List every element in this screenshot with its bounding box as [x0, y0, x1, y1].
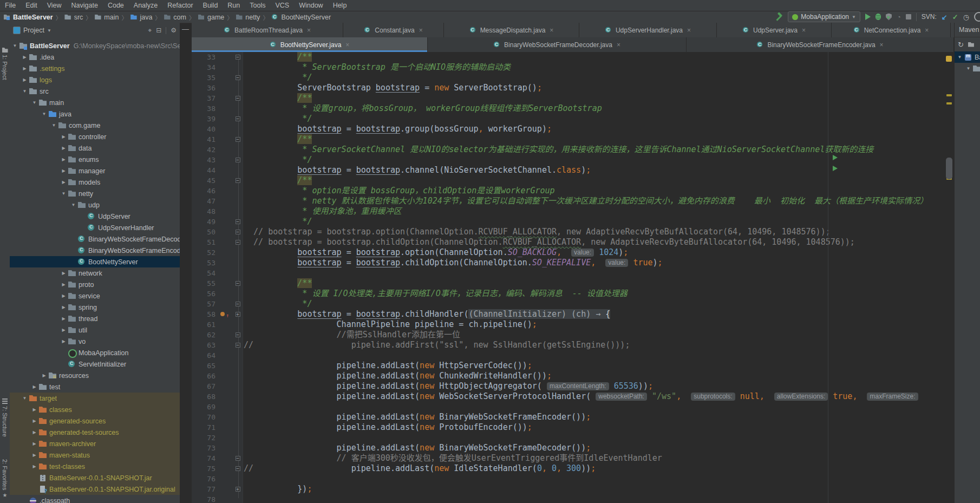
gear-icon[interactable]: ⚙	[171, 27, 177, 34]
code-line-73[interactable]: 73 pipeline.addLast(new BinaryWebSocketF…	[192, 443, 945, 453]
tree-expand-arrow-icon[interactable]: ▼	[40, 112, 48, 116]
close-icon[interactable]: ×	[419, 27, 423, 34]
fold-collapse-icon[interactable]: −	[236, 456, 240, 461]
maven-tree-row[interactable]: ▼Ba	[955, 51, 980, 63]
fold-collapse-icon[interactable]: −	[236, 240, 240, 245]
code-line-72[interactable]: 72	[192, 433, 945, 443]
breadcrumb-item-java[interactable]: java	[130, 14, 152, 21]
code-line-56[interactable]: 56 * 设置 I/O处理类,主要用于网络I/O事件，记录日志，编码、解码消息 …	[192, 289, 945, 299]
code-line-33[interactable]: 33− /**	[192, 52, 945, 62]
editor-tab-BinaryWebSocketFrameDecoder.java[interactable]: BinaryWebSocketFrameDecoder.java×	[428, 37, 687, 52]
tree-expand-arrow-icon[interactable]: ▼	[60, 191, 68, 196]
code-line-64[interactable]: 64	[192, 350, 945, 361]
code-line-65[interactable]: 65 pipeline.addLast(new HttpServerCodec(…	[192, 361, 945, 371]
tree-row-UdpServerHandler[interactable]: UdpServerHandler	[10, 222, 180, 233]
tree-row-generated-test-sources[interactable]: ▶generated-test-sources	[10, 427, 180, 438]
code-line-35[interactable]: 35− */	[192, 73, 945, 83]
locate-file-icon[interactable]: ⌖	[148, 27, 152, 34]
tree-row-vo[interactable]: ▶vo	[10, 336, 180, 347]
code-line-38[interactable]: 38 * 设置group，将bossGroup， workerGroup线程组传…	[192, 103, 945, 114]
tree-row-BattleServer-0.0.1-SNAPSHOT.jar.original[interactable]: BattleServer-0.0.1-SNAPSHOT.jar.original	[10, 484, 180, 495]
tree-row-MobaApplication[interactable]: MobaApplication	[10, 347, 180, 358]
tree-expand-arrow-icon[interactable]: ▶	[30, 453, 38, 458]
tree-expand-arrow-icon[interactable]: ▼	[30, 100, 38, 105]
tree-row-resources[interactable]: ▶resources	[10, 370, 180, 381]
maven-tree-row[interactable]: ▼	[955, 63, 980, 74]
code-line-53[interactable]: 53 bootstrap = bootstrap.childOption(Cha…	[192, 258, 945, 268]
vcs-commit-button[interactable]: ✓	[952, 13, 958, 21]
breadcrumb-item-BootNettyServer[interactable]: BootNettyServer	[271, 14, 331, 21]
code-line-52[interactable]: 52 bootstrap = bootstrap.option(ChannelO…	[192, 247, 945, 258]
fold-collapse-icon[interactable]: −	[236, 281, 240, 286]
code-line-50[interactable]: 50− // bootstrap = bootstrap.option(Chan…	[192, 227, 945, 237]
tree-expand-arrow-icon[interactable]: ▼	[69, 202, 77, 207]
search-everywhere-icon[interactable]	[974, 12, 980, 22]
code-line-37[interactable]: 37− /**	[192, 93, 945, 103]
code-line-42[interactable]: 42 * ServerSocketChannel 是以NIO的selector为…	[192, 145, 945, 155]
profiler-icon[interactable]: ◔	[897, 13, 901, 21]
tree-row-.classpath[interactable]: .classpath	[10, 495, 180, 503]
tree-row-manager[interactable]: ▶manager	[10, 165, 180, 177]
menu-item-file[interactable]: File	[0, 0, 21, 11]
fold-collapse-icon[interactable]: −	[236, 137, 240, 142]
tree-row-spring[interactable]: ▶spring	[10, 302, 180, 313]
menu-item-tools[interactable]: Tools	[245, 0, 270, 11]
fold-collapse-icon[interactable]: −	[236, 178, 240, 183]
tree-row-controller[interactable]: ▶controller	[10, 131, 180, 142]
breadcrumb-item-game[interactable]: game	[198, 14, 224, 21]
close-icon[interactable]: ×	[307, 27, 311, 34]
tree-expand-arrow-icon[interactable]: ▶	[60, 316, 68, 321]
menu-item-window[interactable]: Window	[294, 0, 328, 11]
editor-tab-MessageDispatch.java[interactable]: MessageDispatch.java×	[444, 23, 579, 37]
tree-expand-arrow-icon[interactable]: ▶	[60, 146, 68, 151]
close-icon[interactable]: ×	[925, 27, 929, 34]
tree-row-models[interactable]: ▶models	[10, 177, 180, 188]
editor-tab-UdpServer.java[interactable]: UdpServer.java×	[717, 23, 832, 37]
tree-row-network[interactable]: ▶network	[10, 267, 180, 279]
tree-row-.idea[interactable]: ▶.idea	[10, 51, 180, 63]
tree-row-data[interactable]: ▶data	[10, 142, 180, 154]
code-line-62[interactable]: 62− //需把SslHandler添加在第一位	[192, 330, 945, 340]
tree-expand-arrow-icon[interactable]: ▶	[30, 407, 38, 412]
tree-expand-arrow-icon[interactable]: ▼	[21, 89, 29, 94]
fold-collapse-icon[interactable]: −	[236, 466, 240, 471]
tree-row-BinaryWebSocketFrameEncoder[interactable]: BinaryWebSocketFrameEncoder	[10, 245, 180, 256]
close-icon[interactable]: ×	[880, 41, 884, 49]
editor-tab-UdpServerHandler.java[interactable]: UdpServerHandler.java×	[579, 23, 717, 37]
folder-icon[interactable]	[968, 42, 974, 47]
code-line-67[interactable]: 67 pipeline.addLast(new HttpObjectAggreg…	[192, 381, 945, 391]
code-line-48[interactable]: 48 * 使用对象池，重用缓冲区	[192, 206, 945, 217]
menu-item-build[interactable]: Build	[198, 0, 223, 11]
tree-expand-arrow-icon[interactable]: ▶	[21, 77, 29, 82]
close-icon[interactable]: ×	[687, 27, 691, 34]
code-line-45[interactable]: 45− /**	[192, 175, 945, 186]
tree-row-target[interactable]: ▼target	[10, 393, 180, 404]
coverage-run-icon[interactable]	[886, 14, 892, 21]
code-line-58[interactable]: 58↑+ bootstrap = bootstrap.childHandler(…	[192, 309, 945, 319]
fold-collapse-icon[interactable]: −	[236, 158, 240, 162]
tree-row-thread[interactable]: ▶thread	[10, 313, 180, 324]
tree-expand-arrow-icon[interactable]: ▶	[30, 464, 38, 469]
code-line-71[interactable]: 71 pipeline.addLast(new ProtobufEncoder(…	[192, 422, 945, 433]
breadcrumb-item-src[interactable]: src	[64, 14, 83, 21]
fold-collapse-icon[interactable]: −	[236, 230, 240, 234]
fold-collapse-icon[interactable]: −	[236, 75, 240, 80]
code-line-41[interactable]: 41− /**	[192, 134, 945, 145]
code-line-55[interactable]: 55− /**	[192, 278, 945, 289]
tree-expand-arrow-icon[interactable]: ▶	[60, 157, 68, 162]
breadcrumb-item-BattleServer[interactable]: BattleServer	[3, 14, 53, 21]
tree-expand-arrow-icon[interactable]: ▶	[60, 134, 68, 139]
menu-item-edit[interactable]: Edit	[21, 0, 42, 11]
tree-expand-arrow-icon[interactable]: ▶	[30, 384, 38, 389]
tree-expand-arrow-icon[interactable]: ▼	[21, 396, 29, 401]
tree-row-UdpServer[interactable]: UdpServer	[10, 211, 180, 222]
tree-expand-arrow-icon[interactable]: ▶	[60, 271, 68, 276]
tree-row-test-classes[interactable]: ▶test-classes	[10, 461, 180, 472]
code-line-54[interactable]: 54	[192, 268, 945, 278]
code-line-78[interactable]: 78	[192, 494, 945, 503]
run-button[interactable]	[865, 14, 871, 20]
code-line-69[interactable]: 69	[192, 402, 945, 412]
code-line-47[interactable]: 47 * netty 默认数据包传输大小为1024字节，设置它可以自动调整下一次…	[192, 196, 945, 206]
tree-row-netty[interactable]: ▼netty	[10, 188, 180, 199]
code-line-40[interactable]: 40 bootstrap = bootstrap.group(bossGroup…	[192, 124, 945, 134]
